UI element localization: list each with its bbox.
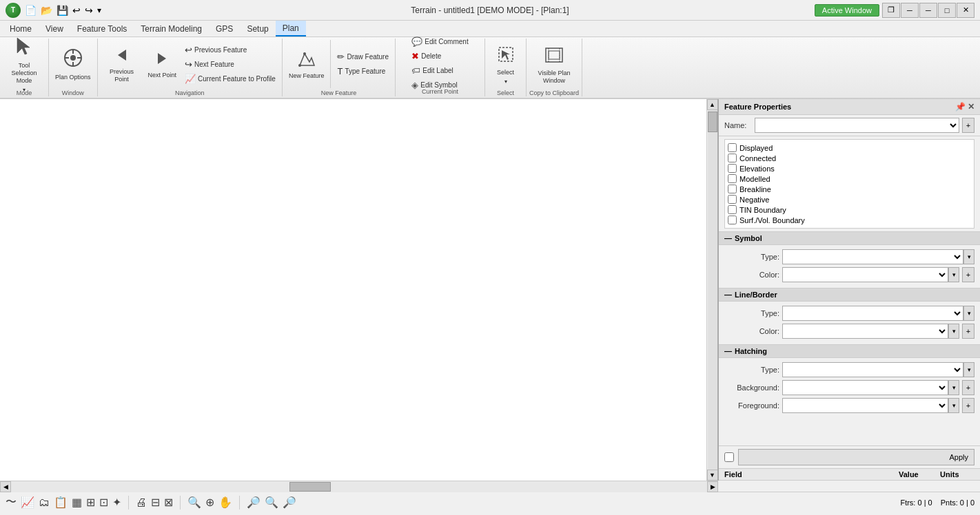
ribbon-group-new-feature: New Feature ✏ Draw Feature T Type Featur… xyxy=(283,39,396,96)
horizontal-scrollbar[interactable]: ◀ ▶ xyxy=(0,481,718,492)
props-section-line-border-header[interactable]: — Line/Border xyxy=(719,288,980,302)
save-icon[interactable]: 💾 xyxy=(57,5,68,16)
line-color-add-button[interactable]: + xyxy=(962,324,974,339)
feature-properties-scroll[interactable]: Name: + Displayed Connected Elevations xyxy=(719,115,980,445)
checkbox-displayed-input[interactable] xyxy=(728,143,737,152)
scroll-track-h[interactable] xyxy=(11,481,707,492)
scroll-thumb-v[interactable] xyxy=(708,112,717,132)
draw-feature-button[interactable]: ✏ Draw Feature xyxy=(334,50,392,64)
more-icon[interactable]: ▾ xyxy=(97,6,101,15)
status-icon-table[interactable]: ⊞ xyxy=(86,496,95,509)
menu-terrain-modeling[interactable]: Terrain Modeling xyxy=(134,21,209,36)
menu-gps[interactable]: GPS xyxy=(209,21,240,36)
status-bar-icons: 〜 📈 🗂 📋 ▦ ⊞ ⊡ ✦ 🖨 ⊟ ⊠ 🔍 ⊕ ✋ 🔎 🔍 🔎 xyxy=(6,495,296,509)
delete-button[interactable]: ✖ Delete xyxy=(408,50,471,63)
select-button[interactable]: Select ▾ xyxy=(490,40,522,88)
status-icon-terrain[interactable]: 〜 xyxy=(6,495,17,509)
status-separator-2 xyxy=(180,496,181,509)
status-icon-print[interactable]: 🖨 xyxy=(136,496,147,509)
status-icon-clipboard[interactable]: 📋 xyxy=(54,496,68,509)
line-color-select-wrap: ▾ xyxy=(782,324,959,339)
checkbox-connected-input[interactable] xyxy=(728,154,737,162)
menu-home[interactable]: Home xyxy=(3,21,39,36)
props-bottom: Apply Field Value Units xyxy=(719,445,980,481)
checkbox-elevations-input[interactable] xyxy=(728,164,737,173)
props-apply-checkbox[interactable] xyxy=(724,452,734,462)
new-icon[interactable]: 📄 xyxy=(25,5,37,16)
symbol-color-select[interactable] xyxy=(782,267,948,282)
status-icon-zoom-reset[interactable]: 🔎 xyxy=(283,496,296,509)
status-icon-zoom-fit[interactable]: ⊕ xyxy=(205,496,214,509)
active-window-button[interactable]: Active Window xyxy=(815,4,879,17)
scroll-up-button[interactable]: ▲ xyxy=(707,99,718,110)
minimize-button[interactable]: ─ xyxy=(919,3,937,18)
visible-plan-window-label: Visible Plan Window xyxy=(536,70,572,85)
apply-button[interactable]: Apply xyxy=(738,449,974,465)
props-name-select[interactable] xyxy=(755,118,959,133)
next-feature-button[interactable]: ↪ Next Feature xyxy=(181,57,279,71)
close-panel-icon[interactable]: ✕ xyxy=(968,102,974,112)
menu-plan[interactable]: Plan xyxy=(276,21,306,36)
status-icon-minimize[interactable]: ⊠ xyxy=(164,496,173,509)
current-feature-to-profile-button[interactable]: 📈 Current Feature to Profile xyxy=(181,72,279,85)
props-section-hatching-header[interactable]: — Hatching xyxy=(719,344,980,358)
symbol-color-select-wrap: ▾ xyxy=(782,267,959,282)
prev-point-button[interactable]: Previous Point xyxy=(101,40,143,88)
scroll-right-button[interactable]: ▶ xyxy=(707,481,718,492)
status-icon-pan[interactable]: ✋ xyxy=(218,496,232,509)
canvas-area[interactable]: ▲ ▼ xyxy=(0,99,718,481)
restore-button-2[interactable]: ❐ xyxy=(882,3,900,18)
minimize-button-2[interactable]: ─ xyxy=(901,3,919,18)
prev-feature-button[interactable]: ↩ Previous Feature xyxy=(181,43,279,56)
scroll-thumb-h[interactable] xyxy=(289,482,331,492)
hatch-background-add-button[interactable]: + xyxy=(962,380,974,395)
status-icon-folder[interactable]: 🗂 xyxy=(39,496,50,509)
checkbox-breakline-input[interactable] xyxy=(728,185,737,193)
line-type-select[interactable] xyxy=(782,306,963,321)
status-icon-expand[interactable]: ⊟ xyxy=(151,496,160,509)
hatch-type-select[interactable] xyxy=(782,362,963,377)
status-icon-select[interactable]: ⊡ xyxy=(99,496,108,509)
undo-icon[interactable]: ↩ xyxy=(72,5,81,16)
vertical-scrollbar[interactable]: ▲ ▼ xyxy=(706,99,717,481)
open-icon[interactable]: 📂 xyxy=(41,5,52,16)
symbol-color-add-button[interactable]: + xyxy=(962,267,974,282)
redo-icon[interactable]: ↪ xyxy=(85,5,93,16)
menu-feature-tools[interactable]: Feature Tools xyxy=(70,21,134,36)
menu-setup[interactable]: Setup xyxy=(240,21,275,36)
status-icon-profile[interactable]: 📈 xyxy=(21,496,34,509)
status-icon-star[interactable]: ✦ xyxy=(112,496,121,509)
symbol-type-select[interactable] xyxy=(782,249,963,264)
props-section-symbol-header[interactable]: — Symbol xyxy=(719,231,980,245)
ribbon-group-content-select: Select ▾ xyxy=(490,40,522,88)
type-feature-button[interactable]: T Type Feature xyxy=(334,65,392,78)
checkbox-surf-vol-boundary-input[interactable] xyxy=(728,216,737,224)
hatch-background-select[interactable] xyxy=(782,380,948,395)
next-point-button[interactable]: Next Point xyxy=(145,40,181,88)
restore-button[interactable]: □ xyxy=(938,3,956,18)
current-point-small-group: 💬 Edit Comment ✖ Delete 🏷 Edit Label ◈ E… xyxy=(408,40,471,87)
new-feature-button[interactable]: New Feature xyxy=(285,40,328,88)
checkbox-negative-input[interactable] xyxy=(728,195,737,204)
menu-view[interactable]: View xyxy=(39,21,70,36)
scroll-down-button[interactable]: ▼ xyxy=(707,470,718,481)
pin-icon[interactable]: 📌 xyxy=(955,102,966,112)
hatch-foreground-select[interactable] xyxy=(782,398,948,413)
edit-comment-button[interactable]: 💬 Edit Comment xyxy=(408,35,471,49)
scroll-left-button[interactable]: ◀ xyxy=(0,481,11,492)
status-icon-grid[interactable]: ▦ xyxy=(72,496,82,509)
props-name-add-button[interactable]: + xyxy=(962,118,974,133)
plan-options-button[interactable]: Plan Options xyxy=(52,40,94,88)
visible-plan-window-button[interactable]: Visible Plan Window xyxy=(533,40,575,88)
hatch-foreground-add-button[interactable]: + xyxy=(962,398,974,413)
close-button[interactable]: ✕ xyxy=(957,3,974,18)
status-icon-zoom-in[interactable]: 🔎 xyxy=(247,496,261,509)
checkbox-modelled-input[interactable] xyxy=(728,174,737,183)
plan-canvas[interactable] xyxy=(0,99,706,481)
tool-selection-mode-button[interactable]: Tool Selection Mode ▾ xyxy=(3,40,45,88)
status-icon-zoom-out[interactable]: 🔍 xyxy=(265,496,278,509)
line-color-select[interactable] xyxy=(782,324,948,339)
status-icon-zoom-in-small[interactable]: 🔍 xyxy=(187,496,201,509)
checkbox-tin-boundary-input[interactable] xyxy=(728,205,737,214)
edit-label-button[interactable]: 🏷 Edit Label xyxy=(408,64,471,78)
